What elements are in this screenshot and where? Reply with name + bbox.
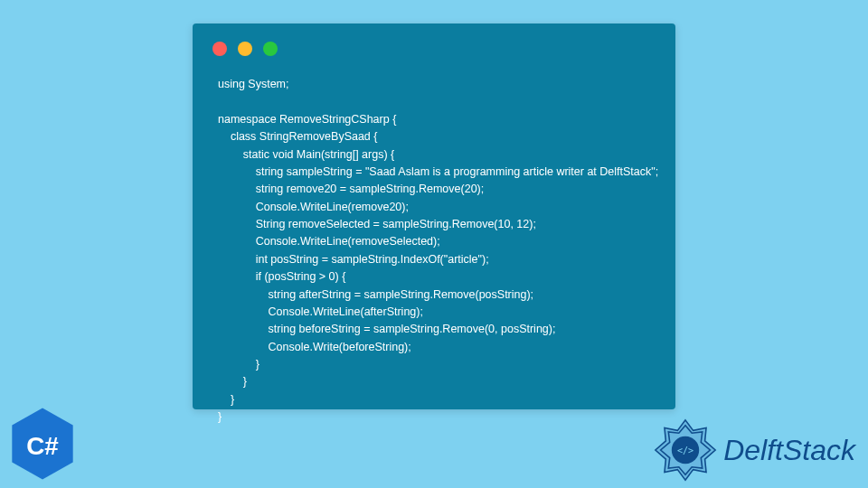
window-close-dot <box>212 42 227 56</box>
window-controls <box>193 23 675 56</box>
code-line: if (posString > 0) { <box>218 270 345 283</box>
code-line: class StringRemoveBySaad { <box>218 130 377 143</box>
brand-logo: </> DelftStack <box>653 418 855 483</box>
code-line: string afterString = sampleString.Remove… <box>218 288 533 301</box>
code-content: using System; namespace RemoveStringCSha… <box>193 56 675 446</box>
window-minimize-dot <box>238 42 252 56</box>
brand-name: DelftStack <box>723 434 855 467</box>
code-line: string beforeString = sampleString.Remov… <box>218 323 555 335</box>
code-line: } <box>218 393 234 406</box>
window-maximize-dot <box>263 42 278 56</box>
code-line: int posString = sampleString.IndexOf("ar… <box>218 253 489 266</box>
brand-star-icon: </> <box>653 418 718 483</box>
code-line: String removeSelected = sampleString.Rem… <box>218 218 536 230</box>
code-line: Console.Write(beforeString); <box>218 341 411 353</box>
code-line: Console.WriteLine(remove20); <box>218 201 409 213</box>
code-line: Console.WriteLine(removeSelected); <box>218 235 440 248</box>
code-line: string remove20 = sampleString.Remove(20… <box>218 183 484 195</box>
csharp-badge-label: C# <box>26 432 59 460</box>
code-line: Console.WriteLine(afterString); <box>218 305 423 318</box>
csharp-badge-icon: C# <box>9 407 76 481</box>
code-line: namespace RemoveStringCSharp { <box>218 113 396 126</box>
code-line: using System; <box>218 78 289 90</box>
code-line: } <box>218 410 222 423</box>
code-line: } <box>218 375 247 388</box>
code-line: static void Main(string[] args) { <box>218 148 394 161</box>
code-window: using System; namespace RemoveStringCSha… <box>193 23 675 409</box>
code-line: } <box>218 358 259 371</box>
code-line: string sampleString = "Saad Aslam is a p… <box>218 165 658 178</box>
svg-text:</>: </> <box>677 446 693 455</box>
